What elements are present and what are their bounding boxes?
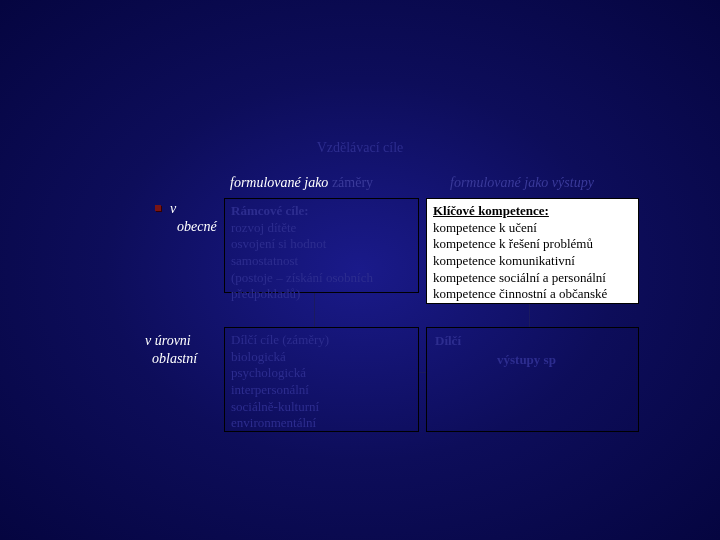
row1-label: v obecné xyxy=(170,200,217,235)
row2-line1: v úrovni xyxy=(145,333,191,348)
box-d-frag2: výstupy sp xyxy=(497,352,556,369)
row1-prefix: v xyxy=(170,201,176,216)
box-b-l5: kompetence činnostní a občanské xyxy=(433,286,632,303)
box-a-l2: osvojení si hodnot xyxy=(231,236,412,253)
box-c-l5: environmentální xyxy=(231,415,412,432)
header-left: formulované jako záměry xyxy=(230,175,373,191)
box-d-frag1: Dílčí xyxy=(435,333,461,350)
box-ramcove-cile: Rámcové cíle: rozvoj dítěte osvojení si … xyxy=(224,198,419,293)
bullet-icon xyxy=(155,205,161,211)
box-a-l4: (postoje – získání osobních předpokladů) xyxy=(231,270,412,303)
connector-b-to-d xyxy=(529,304,530,327)
row1-line2: obecné xyxy=(177,219,217,234)
connector-a-to-c xyxy=(314,293,315,327)
row2-label: v úrovni oblastní xyxy=(145,332,197,367)
box-b-l3: kompetence komunikativní xyxy=(433,253,632,270)
box-b-l1: kompetence k učení xyxy=(433,220,632,237)
box-a-title: Rámcové cíle: xyxy=(231,203,412,220)
box-c-title: Dílčí cíle (záměry) xyxy=(231,332,412,349)
header-right: formulované jako výstupy xyxy=(450,175,594,191)
box-klicove-kompetence: Klíčové kompetence: kompetence k učení k… xyxy=(426,198,639,304)
box-dilci-cile: Dílčí cíle (záměry) biologická psycholog… xyxy=(224,327,419,432)
box-a-l3: samostatnost xyxy=(231,253,412,270)
box-b-l2: kompetence k řešení problémů xyxy=(433,236,632,253)
box-c-l1: biologická xyxy=(231,349,412,366)
box-c-l3: interpersonální xyxy=(231,382,412,399)
slide-root: Vzdělávací cíle formulované jako záměry … xyxy=(0,0,720,540)
header-left-italic: formulované jako xyxy=(230,175,328,190)
box-b-title: Klíčové kompetence: xyxy=(433,203,632,220)
box-b-l4: kompetence sociální a personální xyxy=(433,270,632,287)
row2-line2: oblastní xyxy=(152,351,197,366)
box-dilci-vystupy: Dílčí výstupy sp xyxy=(426,327,639,432)
box-c-l2: psychologická xyxy=(231,365,412,382)
box-c-l4: sociálně-kulturní xyxy=(231,399,412,416)
header-left-dim: záměry xyxy=(328,175,373,190)
connector-c-to-d xyxy=(419,372,426,373)
diagram-subtitle: Vzdělávací cíle xyxy=(0,140,720,156)
box-a-l1: rozvoj dítěte xyxy=(231,220,412,237)
